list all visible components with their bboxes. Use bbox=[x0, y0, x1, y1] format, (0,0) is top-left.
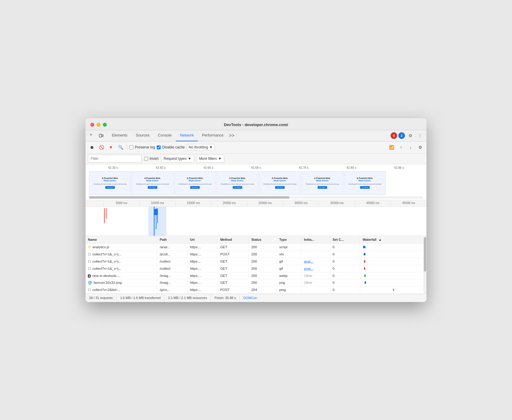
screenshots-strip: 42.30 s 42.60 s 42.66 s 42.68 s 42.78 s … bbox=[86, 164, 426, 200]
timeline-canvas[interactable]: ⋮⋮ bbox=[86, 207, 426, 236]
filter-input[interactable] bbox=[88, 155, 142, 163]
tab-performance[interactable]: Performance bbox=[198, 130, 228, 141]
filter-icon[interactable]: ▼ bbox=[107, 143, 115, 151]
svg-rect-1 bbox=[91, 134, 92, 134]
tab-network[interactable]: Network bbox=[176, 130, 198, 141]
download-icon[interactable]: ↓ bbox=[407, 143, 415, 151]
screenshots-scrollbar-thumb[interactable] bbox=[89, 196, 289, 199]
screenshot-5[interactable]: A Powerful Web.Made Easier. Simplifying … bbox=[301, 171, 343, 195]
throttle-dropdown[interactable]: No throttling ▼ bbox=[187, 144, 215, 151]
record-button[interactable]: ⏺ bbox=[88, 143, 96, 151]
timeline-ruler: 5000 ms 10000 ms 15000 ms 20000 ms 25000… bbox=[86, 200, 426, 207]
screenshot-3[interactable]: A Powerful Web.Made Easier. Simplifying … bbox=[217, 171, 258, 195]
invert-label[interactable]: Invert bbox=[144, 157, 159, 161]
screenshot-0[interactable]: A Powerful Web.Made Easier. Simplifying … bbox=[89, 171, 131, 195]
svg-rect-3 bbox=[91, 135, 92, 135]
marker-4: 25000 ms bbox=[247, 201, 283, 206]
col-type[interactable]: Type bbox=[277, 236, 301, 243]
upload-icon[interactable]: ↑ bbox=[397, 143, 405, 151]
disable-cache-label[interactable]: Disable cache bbox=[157, 145, 185, 149]
tl-bar-red-1 bbox=[104, 208, 105, 223]
more-options-icon[interactable]: ⋮ bbox=[416, 131, 424, 140]
message-badge[interactable]: 2 bbox=[398, 132, 405, 139]
table-row[interactable]: ☐collect?v=1&_v=j.../j/coll...https:...P… bbox=[86, 251, 426, 258]
close-button[interactable] bbox=[90, 123, 94, 127]
marker-5: 30000 ms bbox=[283, 201, 319, 206]
error-badge[interactable]: 6 bbox=[391, 132, 397, 139]
preserve-log-checkbox[interactable] bbox=[129, 145, 133, 149]
screenshot-4[interactable]: A Powerful Web.Made Easier. Simplifying … bbox=[259, 171, 301, 195]
ts-4: 42.78 s bbox=[280, 166, 327, 169]
cursor-icon[interactable] bbox=[88, 131, 96, 140]
col-url[interactable]: Url bbox=[188, 236, 218, 243]
invert-checkbox[interactable] bbox=[144, 157, 148, 161]
request-types-arrow-icon: ▼ bbox=[188, 157, 191, 161]
table-row[interactable]: ☐collect?v=1&_v=j.../collecthttps:...GET… bbox=[86, 265, 426, 272]
marker-6: 35000 ms bbox=[319, 201, 355, 206]
status-bar: 28 / 31 requests 1.6 MB / 1.6 MB transfe… bbox=[86, 294, 426, 302]
screenshot-1[interactable]: A Powerful Web.Made Easier. Simplifying … bbox=[132, 171, 173, 195]
more-tabs-button[interactable]: >> bbox=[228, 132, 236, 140]
ts-5: 42.80 s bbox=[327, 166, 375, 169]
table-row[interactable]: ☐collect?v=2&tid=.../g/co...https:...POS… bbox=[86, 286, 426, 293]
svg-rect-4 bbox=[99, 134, 102, 137]
col-name[interactable]: Name bbox=[86, 236, 157, 243]
table-scrollbar-thumb[interactable] bbox=[424, 237, 426, 272]
search-icon[interactable]: 🔍 bbox=[117, 143, 124, 151]
marker-0: 5000 ms bbox=[103, 201, 139, 206]
screenshot-2[interactable]: A Powerful Web.Made Easier. Simplifying … bbox=[174, 171, 216, 195]
more-filters-dropdown[interactable]: More filters ▼ bbox=[196, 155, 224, 163]
ts-2: 42.66 s bbox=[185, 166, 232, 169]
ts-3: 42.68 s bbox=[232, 166, 280, 169]
table-row[interactable]: ⊙analytics.js/anal...https:...GET200scri… bbox=[86, 243, 426, 251]
minimize-button[interactable] bbox=[97, 123, 100, 127]
request-types-dropdown[interactable]: Request types ▼ bbox=[161, 155, 194, 163]
network-settings-icon[interactable]: ⚙ bbox=[416, 143, 424, 151]
device-toggle-icon[interactable] bbox=[97, 131, 105, 140]
tabs: Elements Sources Console Network Perform… bbox=[108, 130, 391, 141]
table-row[interactable]: ☐collect?v=1&_v=j.../collecthttps:...GET… bbox=[86, 258, 426, 265]
col-method[interactable]: Method bbox=[218, 236, 249, 243]
col-status[interactable]: Status bbox=[249, 236, 277, 243]
network-toolbar: ⏺ 🚫 ▼ 🔍 Preserve log Disable cache No th… bbox=[86, 142, 426, 154]
svg-rect-5 bbox=[102, 135, 103, 137]
tab-bar-icons bbox=[88, 131, 105, 140]
status-resources: 2.1 MB / 2.1 MB resources bbox=[164, 294, 211, 302]
traffic-lights bbox=[90, 123, 107, 127]
disable-cache-checkbox[interactable] bbox=[157, 145, 161, 149]
status-requests: 28 / 31 requests bbox=[86, 294, 117, 302]
ts-6: 42.86 s bbox=[375, 166, 423, 169]
table-scrollbar[interactable] bbox=[423, 236, 426, 294]
clear-button[interactable]: 🚫 bbox=[97, 143, 105, 151]
preserve-log-label[interactable]: Preserve log bbox=[129, 145, 155, 149]
wifi-icon[interactable]: 📶 bbox=[388, 143, 395, 151]
tl-bar-red-2 bbox=[106, 208, 106, 219]
tab-bar: Elements Sources Console Network Perform… bbox=[86, 130, 426, 142]
devtools-window: DevTools - developer.chrome.com/ bbox=[86, 118, 426, 302]
col-path[interactable]: Path bbox=[157, 236, 188, 243]
table-row[interactable]: 🌐favicon-32x32.png/imag...https:...GET20… bbox=[86, 279, 426, 286]
marker-1: 10000 ms bbox=[139, 201, 175, 206]
timeline-handle-grip[interactable]: ⋮⋮ bbox=[154, 209, 157, 215]
table-body: ⊙analytics.js/anal...https:...GET200scri… bbox=[86, 243, 426, 293]
domcon-link[interactable]: DOMCon bbox=[240, 294, 261, 302]
marker-7: 40000 ms bbox=[355, 201, 391, 206]
col-initiator[interactable]: Initia... bbox=[301, 236, 330, 243]
tab-sources[interactable]: Sources bbox=[132, 130, 154, 141]
screenshot-6[interactable]: A Powerful Web.Made Easier. Simplifying … bbox=[344, 171, 386, 195]
tab-elements[interactable]: Elements bbox=[108, 130, 132, 141]
status-finish: Finish: 35.88 s bbox=[211, 294, 240, 302]
requests-table: Name Path Url Method Status Type Initia.… bbox=[86, 236, 426, 294]
screenshots-scrollbar[interactable] bbox=[89, 196, 423, 199]
settings-icon[interactable]: ⚙ bbox=[406, 131, 415, 140]
screenshots-row: A Powerful Web.Made Easier. Simplifying … bbox=[86, 170, 426, 196]
maximize-button[interactable] bbox=[103, 123, 107, 127]
tl-bar-blue-2 bbox=[157, 208, 158, 223]
table-row[interactable]: ■new-in-devtools-.../imag...https:...GET… bbox=[86, 272, 426, 279]
tab-console[interactable]: Console bbox=[154, 130, 176, 141]
col-setcookies[interactable]: Set C... bbox=[330, 236, 360, 243]
col-waterfall[interactable]: Waterfall ▲ bbox=[360, 236, 426, 243]
marker-8: 45000 ms bbox=[391, 201, 426, 206]
marker-2: 15000 ms bbox=[175, 201, 211, 206]
window-title: DevTools - developer.chrome.com/ bbox=[224, 122, 288, 127]
